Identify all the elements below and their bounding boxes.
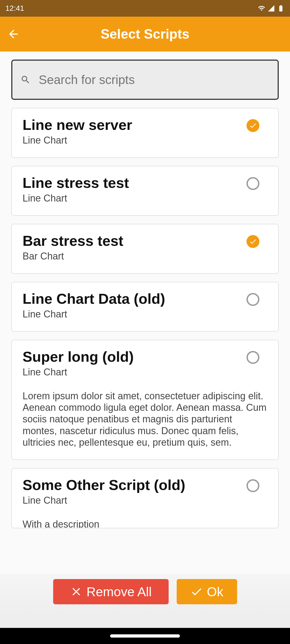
- list-item[interactable]: Line stress test Line Chart: [11, 166, 279, 216]
- signal-icon: [267, 5, 275, 12]
- status-bar: 12:41: [0, 0, 290, 17]
- script-title: Line stress test: [23, 174, 247, 191]
- back-button[interactable]: [5, 26, 21, 42]
- script-title: Line new server: [23, 116, 247, 133]
- content-area: Line new server Line Chart Line stress t…: [0, 52, 290, 628]
- app-bar: Select Scripts: [0, 17, 290, 52]
- search-input[interactable]: [39, 72, 270, 87]
- script-description: Lorem ipsum dolor sit amet, consectetuer…: [23, 390, 267, 448]
- script-subtitle: Bar Chart: [23, 251, 247, 262]
- close-icon: [70, 585, 83, 598]
- home-indicator[interactable]: [110, 634, 180, 638]
- script-description: With a description: [23, 518, 267, 528]
- search-container: [0, 52, 290, 108]
- selection-unchecked-icon[interactable]: [247, 177, 259, 190]
- status-time: 12:41: [5, 4, 24, 13]
- arrow-back-icon: [7, 28, 20, 41]
- search-icon: [20, 75, 31, 85]
- script-title: Some Other Script (old): [23, 477, 247, 493]
- remove-all-button[interactable]: Remove All: [53, 579, 169, 604]
- selection-unchecked-icon[interactable]: [247, 293, 259, 306]
- list-item[interactable]: Bar stress test Bar Chart: [11, 224, 279, 274]
- battery-icon: [277, 5, 285, 12]
- selection-checked-icon[interactable]: [247, 119, 259, 132]
- check-icon: [190, 585, 203, 598]
- script-subtitle: Line Chart: [23, 367, 247, 378]
- bottom-action-bar: Remove All Ok: [0, 574, 290, 628]
- script-subtitle: Line Chart: [23, 309, 247, 320]
- script-title: Super long (old): [23, 348, 247, 365]
- list-item[interactable]: Super long (old) Line Chart Lorem ipsum …: [11, 340, 279, 460]
- selection-checked-icon[interactable]: [247, 235, 259, 248]
- list-item[interactable]: Some Other Script (old) Line Chart With …: [11, 468, 279, 528]
- wifi-icon: [258, 5, 265, 12]
- ok-button[interactable]: Ok: [177, 579, 237, 604]
- search-box[interactable]: [11, 60, 279, 100]
- script-subtitle: Line Chart: [23, 135, 247, 146]
- page-title: Select Scripts: [101, 26, 190, 42]
- system-nav-bar: [0, 628, 290, 644]
- script-subtitle: Line Chart: [23, 495, 247, 506]
- list-item[interactable]: Line new server Line Chart: [11, 108, 279, 158]
- status-icons: [258, 5, 285, 12]
- list-item[interactable]: Line Chart Data (old) Line Chart: [11, 282, 279, 332]
- script-title: Line Chart Data (old): [23, 290, 247, 307]
- script-title: Bar stress test: [23, 232, 247, 249]
- script-list: Line new server Line Chart Line stress t…: [0, 108, 290, 528]
- ok-label: Ok: [207, 584, 223, 599]
- remove-all-label: Remove All: [86, 584, 152, 599]
- script-subtitle: Line Chart: [23, 193, 247, 204]
- selection-unchecked-icon[interactable]: [247, 479, 259, 492]
- selection-unchecked-icon[interactable]: [247, 351, 259, 364]
